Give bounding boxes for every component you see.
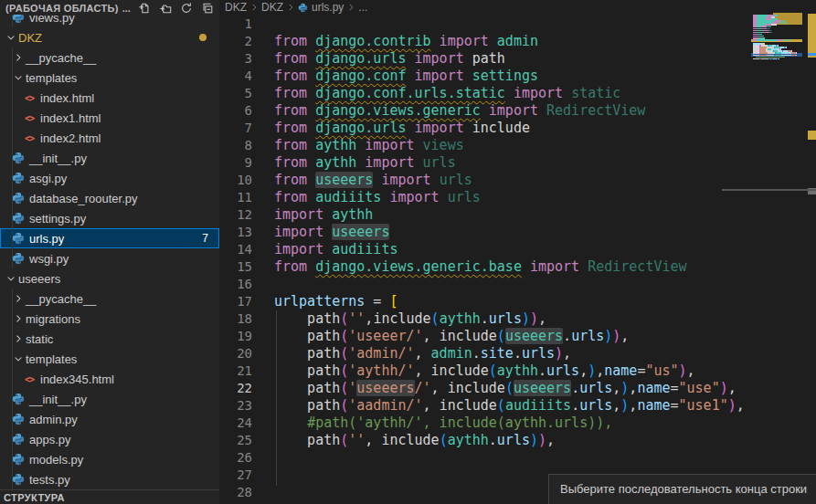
tree-item-index345-html[interactable]: <>index345.html — [0, 369, 219, 389]
tree-item-dkz[interactable]: DKZ — [0, 27, 219, 47]
code-token: ( — [440, 432, 448, 448]
minimap-token — [786, 47, 787, 48]
chevron-down-icon[interactable] — [11, 70, 26, 85]
tree-item-static[interactable]: static — [0, 329, 219, 349]
tree-item-models-py[interactable]: models.py — [0, 449, 219, 469]
code-token: urls — [571, 328, 604, 344]
minimap[interactable] — [751, 0, 802, 504]
tree-item--pycache-[interactable]: __pycache__ — [0, 289, 219, 309]
code-line-18[interactable]: 18 path('',include(aythh.urls)), — [219, 310, 816, 328]
tree-item-useeers[interactable]: useeers — [0, 268, 219, 289]
code-token: ) — [522, 310, 530, 327]
code-token: from — [274, 172, 315, 188]
outline-section-header[interactable]: СТРУКТУРА — [0, 489, 219, 504]
code-token: name — [604, 362, 637, 379]
breadcrumb-segment-symbol[interactable]: ... — [358, 1, 367, 14]
refresh-icon[interactable] — [180, 2, 193, 15]
tree-item-apps-py[interactable]: apps.py — [0, 429, 219, 449]
code-line-10[interactable]: 10from useeers import urls — [219, 172, 816, 189]
new-file-icon[interactable] — [138, 2, 151, 15]
chevron-down-icon[interactable] — [11, 352, 26, 366]
code-line-24[interactable]: 24 #path('aythh/', include(aythh.urls)), — [219, 415, 816, 432]
code-token: 'aadmin/' — [348, 397, 422, 414]
code-line-3[interactable]: 3from django.urls import path — [219, 50, 816, 68]
chevron-right-icon[interactable] — [11, 311, 26, 326]
code-line-5[interactable]: 5from django.conf.urls.static import sta… — [219, 85, 816, 102]
tree-item--init-py[interactable]: __init__.py — [0, 148, 219, 168]
code-line-7[interactable]: 7from django.urls import include — [219, 120, 816, 137]
tree-item-index2-html[interactable]: <>index2.html — [0, 128, 219, 148]
file-label: templates — [26, 352, 77, 366]
code-line-1[interactable]: 1 — [219, 16, 816, 33]
tree-item-migrations[interactable]: migrations — [0, 309, 219, 329]
collapse-all-icon[interactable] — [201, 2, 214, 15]
code-line-16[interactable]: 16 — [219, 276, 816, 293]
code-token: ( — [505, 380, 514, 396]
chevron-right-icon[interactable] — [11, 331, 26, 346]
tree-item-admin-py[interactable]: admin.py — [0, 409, 219, 429]
line-number: 27 — [219, 467, 252, 484]
code-token: path — [274, 380, 340, 396]
tree-indent-guide — [12, 409, 13, 429]
breadcrumb-segment-file[interactable]: urls.py — [312, 1, 344, 14]
code-line-17[interactable]: 17urlpatterns = [ — [219, 293, 816, 310]
code-token: , — [563, 345, 571, 362]
line-number: 18 — [219, 310, 252, 328]
overview-ruler[interactable] — [808, 0, 816, 504]
code-line-20[interactable]: 20 path('admin/', admin.site.urls), — [219, 345, 816, 362]
tree-item-database-roouter-py[interactable]: database_roouter.py — [0, 188, 219, 208]
line-content: from django.urls import include — [274, 120, 530, 137]
line-content: from django.contrib import admin — [274, 33, 538, 50]
line-number: 23 — [219, 397, 252, 415]
code-token: 'useeer/' — [348, 328, 422, 344]
explorer-sidebar: views.pyDKZ__pycache__templates<>index.h… — [0, 0, 219, 504]
tree-item-asgi-py[interactable]: asgi.py — [0, 168, 219, 188]
breadcrumb-segment-folder[interactable]: DKZ — [261, 1, 283, 14]
code-token: . — [538, 362, 546, 379]
tree-item-templates[interactable]: templates — [0, 68, 219, 88]
tree-indent-guide — [12, 289, 13, 309]
code-line-12[interactable]: 12import aythh — [219, 206, 816, 224]
tree-item--init-py[interactable]: __init__.py — [0, 389, 219, 409]
code-line-11[interactable]: 11from audiiits import urls — [219, 189, 816, 206]
code-token: import — [373, 172, 439, 188]
code-line-19[interactable]: 19 path('useeer/', include(useeers.urls)… — [219, 328, 816, 345]
file-label: index345.html — [40, 373, 114, 386]
tree-item-settings-py[interactable]: settings.py — [0, 208, 219, 228]
chevron-right-icon[interactable] — [11, 291, 26, 306]
tree-item-tests-py[interactable]: tests.py — [0, 469, 219, 489]
chevron-down-icon[interactable] — [4, 30, 18, 45]
minimap-token — [782, 39, 791, 41]
tree-item-index-html[interactable]: <>index.html — [0, 88, 219, 108]
tree-item--pycache-[interactable]: __pycache__ — [0, 47, 219, 68]
more-actions-button[interactable]: ... — [122, 3, 131, 14]
code-line-25[interactable]: 25 path('', include(aythh.urls)), — [219, 432, 816, 449]
code-token: aythh — [448, 432, 489, 448]
tree-indent-guide — [12, 68, 13, 88]
tree-item-templates[interactable]: templates — [0, 349, 219, 369]
breadcrumb-segment-root[interactable]: DKZ — [225, 1, 247, 14]
code-line-22[interactable]: 22 path('useeers/', include(useeers.urls… — [219, 380, 816, 397]
tree-item-index1-html[interactable]: <>index1.html — [0, 108, 219, 128]
chevron-down-icon[interactable] — [4, 271, 18, 286]
code-line-13[interactable]: 13import useeers — [219, 224, 816, 241]
code-line-6[interactable]: 6from django.views.generic import Redire… — [219, 102, 816, 120]
code-line-9[interactable]: 9from aythh import urls — [219, 154, 816, 172]
code-line-8[interactable]: 8from aythh import views — [219, 137, 816, 154]
tree-item-wsgi-py[interactable]: wsgi.py — [0, 248, 219, 268]
indent-guide — [276, 310, 277, 486]
code-line-4[interactable]: 4from django.conf import settings — [219, 68, 816, 85]
code-token: ( — [497, 328, 505, 344]
code-line-23[interactable]: 23 path('aadmin/', include(audiiits.urls… — [219, 397, 816, 415]
new-folder-icon[interactable] — [159, 2, 172, 15]
code-line-2[interactable]: 2from django.contrib import admin — [219, 33, 816, 50]
code-line-26[interactable]: 26 — [219, 449, 816, 467]
code-line-14[interactable]: 14import audiiits — [219, 241, 816, 258]
chevron-right-icon[interactable] — [11, 50, 26, 65]
code-token: urls — [546, 362, 579, 379]
code-token: urls — [448, 189, 481, 205]
tree-item-urls-py[interactable]: urls.py7 — [0, 228, 219, 248]
code-token: , — [620, 328, 629, 344]
code-line-15[interactable]: 15from django.views.generic.base import … — [219, 258, 816, 276]
code-line-21[interactable]: 21 path('aythh/', include(aythh.urls,),n… — [219, 362, 816, 380]
